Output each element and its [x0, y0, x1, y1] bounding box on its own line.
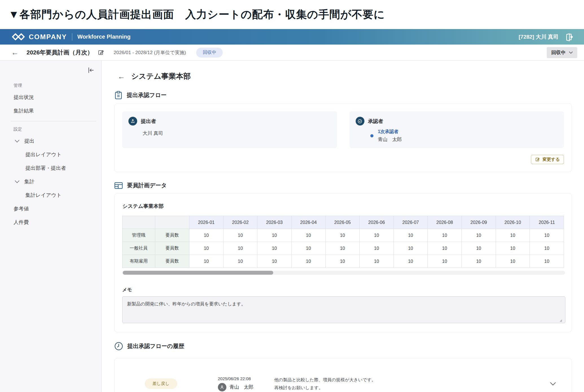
sidebar-item-submit-dept-submitters[interactable]: 提出部署・提出者 [0, 161, 101, 175]
submitter-label: 提出者 [141, 118, 156, 125]
month-column-header: 2026-07 [393, 216, 428, 229]
logout-icon[interactable] [565, 33, 573, 41]
step-dot-icon [370, 134, 373, 137]
row-category-cell: 有期雇用 [123, 255, 155, 268]
main-content: ← システム事業本部 提出承認フロー [102, 61, 584, 392]
status-badge: 回収中 [196, 48, 223, 58]
sidebar-collapse-icon[interactable] [87, 67, 95, 74]
sidebar-item-submit-layout[interactable]: 提出レイアウト [0, 148, 101, 161]
sidebar-item-reference-values[interactable]: 参考値 [0, 202, 101, 215]
sidebar-item-submission-status[interactable]: 提出状況 [0, 91, 101, 104]
user-label: [7282] 大川 真司 [519, 33, 559, 41]
headcount-value-cell: 10 [189, 242, 224, 255]
history-section-title: 提出承認フローの履歴 [127, 342, 184, 350]
headcount-value-cell: 10 [257, 255, 292, 268]
history-card: 差し戻し 2025/06/26 22:08 青山 太郎 他の製品と比較した際、増… [114, 358, 572, 392]
check-circle-icon [356, 117, 364, 125]
headcount-value-cell: 10 [291, 229, 325, 242]
approver-name: 青山 太郎 [378, 136, 402, 143]
toolbar-back-icon[interactable]: ← [11, 49, 19, 56]
table-row: 一般社員要員数1010101010101010101010 [123, 242, 564, 255]
history-expand-chevron-icon[interactable] [550, 382, 556, 386]
row-category-cell: 一般社員 [123, 242, 155, 255]
headcount-value-cell: 10 [393, 242, 428, 255]
sidebar-item-aggregate-layout[interactable]: 集計レイアウト [0, 188, 101, 202]
headcount-value-cell: 10 [223, 229, 257, 242]
upload-icon [128, 117, 137, 125]
edit-plan-icon[interactable] [98, 49, 104, 56]
history-user: 青山 太郎 [229, 384, 253, 390]
row-metric-cell: 要員数 [155, 242, 189, 255]
headcount-value-cell: 10 [325, 242, 360, 255]
headcount-value-cell: 10 [223, 255, 257, 268]
headcount-value-cell: 10 [530, 229, 564, 242]
headcount-value-cell: 10 [393, 229, 428, 242]
headcount-value-cell: 10 [428, 229, 462, 242]
headcount-value-cell: 10 [189, 255, 224, 268]
edit-square-icon [535, 157, 540, 162]
headcount-value-cell: 10 [496, 255, 530, 268]
history-comment-line: 他の製品と比較した際、増員の規模が大きいです。 [274, 376, 376, 384]
page-caption: ▼各部門からの人員計画提出画面 入力シートの配布・収集の手間が不要に [8, 7, 385, 22]
header-divider [72, 33, 72, 41]
headcount-value-cell: 10 [223, 242, 257, 255]
department-title: システム事業本部 [131, 71, 191, 81]
headcount-value-cell: 10 [325, 255, 360, 268]
month-column-header: 2026-06 [360, 216, 394, 229]
avatar [218, 383, 226, 391]
month-column-header: 2026-09 [462, 216, 496, 229]
caption-bar: ▼各部門からの人員計画提出画面 入力シートの配布・収集の手間が不要に [0, 0, 584, 29]
headcount-value-cell: 10 [189, 229, 224, 242]
clipboard-icon [114, 91, 123, 100]
submitter-card: 提出者 大川 真司 [122, 111, 337, 148]
sidebar-item-aggregation-results[interactable]: 集計結果 [0, 104, 101, 118]
sidebar-item-aggregate[interactable]: 集計 [0, 175, 101, 188]
headcount-value-cell: 10 [291, 255, 325, 268]
table-row: 管理職要員数1010101010101010101010 [123, 229, 564, 242]
headcount-value-cell: 10 [462, 242, 496, 255]
logo: COMPANY [12, 33, 67, 41]
memo-textarea[interactable]: 新製品の開発に伴い、昨年からの増員を要求いたします。 [122, 296, 565, 323]
approval-flow-section-title: 提出承認フロー [127, 91, 167, 99]
headcount-value-cell: 10 [428, 242, 462, 255]
toolbar: ← 2026年要員計画（月次） 2026/01 - 2028/12 (月単位で実… [0, 45, 584, 61]
table-icon [114, 182, 123, 189]
chevron-down-icon [15, 180, 19, 183]
plan-period: 2026/01 - 2028/12 (月単位で実施) [114, 49, 186, 56]
clock-icon [114, 342, 123, 351]
page: ▼各部門からの人員計画提出画面 入力シートの配布・収集の手間が不要に COMPA… [0, 0, 584, 392]
history-comment: 他の製品と比較した際、増員の規模が大きいです。 再検討をお願いします。 [274, 376, 376, 391]
change-approver-button-label: 変更する [543, 157, 560, 162]
table-scrollbar-track [122, 271, 565, 275]
department-back-icon[interactable]: ← [118, 73, 125, 80]
table-row: 有期雇用要員数1010101010101010101010 [123, 255, 564, 268]
staffing-table-head-row: 2026-012026-022026-032026-042026-052026-… [123, 216, 564, 229]
product-name: Workforce Planning [77, 34, 131, 40]
change-approver-button[interactable]: 変更する [531, 155, 564, 164]
table-scrollbar-thumb[interactable] [123, 271, 273, 275]
approver-step-label: 1次承認者 [378, 129, 402, 135]
headcount-value-cell: 10 [360, 242, 394, 255]
staffing-table-title: システム事業本部 [123, 203, 564, 210]
headcount-value-cell: 10 [360, 229, 394, 242]
headcount-value-cell: 10 [496, 229, 530, 242]
status-dropdown-value: 回収中 [551, 49, 566, 56]
sidebar-item-submit[interactable]: 提出 [0, 134, 101, 148]
staffing-table-body: 管理職要員数1010101010101010101010一般社員要員数10101… [123, 229, 564, 268]
corner-cell [123, 216, 155, 229]
month-column-header: 2026-04 [291, 216, 325, 229]
headcount-value-cell: 10 [530, 242, 564, 255]
approval-flow-card: 提出者 大川 真司 承認者 [114, 103, 572, 172]
history-comment-line: 再検討をお願いします。 [274, 384, 376, 391]
submitter-name: 大川 真司 [143, 130, 331, 136]
plan-data-section-title: 要員計画データ [127, 182, 167, 189]
status-dropdown[interactable]: 回収中 [547, 47, 577, 58]
sidebar-item-labor-cost[interactable]: 人件費 [0, 215, 101, 229]
headcount-value-cell: 10 [462, 229, 496, 242]
month-column-header: 2026-11 [530, 216, 564, 229]
headcount-value-cell: 10 [291, 242, 325, 255]
sidebar: 管理 提出状況 集計結果 設定 提出 提出レイアウト 提出部署・提出者 集計 集… [0, 61, 102, 392]
headcount-value-cell: 10 [325, 229, 360, 242]
headcount-value-cell: 10 [257, 242, 292, 255]
sidebar-section-admin: 管理 [0, 80, 101, 91]
